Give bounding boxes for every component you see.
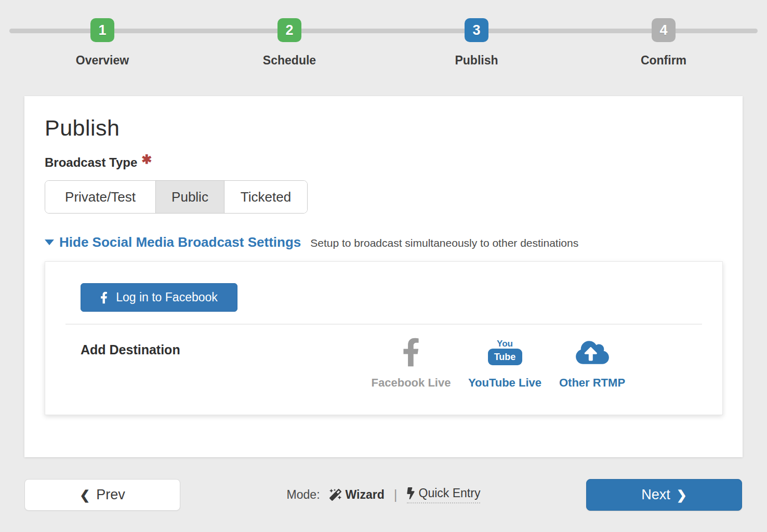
mode-wizard-option[interactable]: Wizard	[329, 488, 385, 502]
step-3-label: Publish	[419, 54, 534, 68]
step-2-label: Schedule	[232, 54, 347, 68]
magic-wand-icon	[329, 489, 341, 501]
publish-card: Publish Broadcast Type✱ Private/Test Pub…	[24, 96, 743, 457]
cloud-upload-icon	[576, 339, 609, 366]
mode-quick-entry-option[interactable]: Quick Entry	[407, 486, 481, 503]
page-title: Publish	[45, 115, 120, 141]
step-schedule[interactable]: 2 Schedule	[232, 0, 347, 68]
step-1-badge[interactable]: 1	[90, 18, 114, 42]
lightning-bolt-icon	[407, 487, 415, 499]
broadcast-type-public-button[interactable]: Public	[155, 181, 224, 213]
social-settings-toggle-row: Hide Social Media Broadcast Settings Set…	[45, 234, 720, 250]
facebook-login-label: Log in to Facebook	[116, 290, 218, 304]
step-4-label: Confirm	[606, 54, 721, 68]
wizard-footer: ❮ Prev Mode: Wizard | Quick Entry Next ❯	[0, 479, 767, 511]
required-asterisk-icon: ✱	[141, 152, 152, 166]
destination-options: Facebook Live You Tube YouTube Live O	[369, 335, 627, 390]
panel-divider	[65, 324, 702, 325]
caret-down-icon	[45, 240, 54, 245]
mode-wizard-label: Wizard	[346, 488, 385, 502]
step-1-label: Overview	[45, 54, 160, 68]
broadcast-type-label: Broadcast Type✱	[45, 155, 152, 170]
facebook-live-icon	[402, 337, 420, 367]
hide-social-settings-link[interactable]: Hide Social Media Broadcast Settings	[59, 234, 301, 250]
step-overview[interactable]: 1 Overview	[45, 0, 160, 68]
step-3-badge[interactable]: 3	[465, 18, 488, 42]
mode-separator: |	[394, 487, 398, 503]
step-publish[interactable]: 3 Publish	[419, 0, 534, 68]
destination-facebook-live[interactable]: Facebook Live	[369, 335, 453, 390]
next-button[interactable]: Next ❯	[586, 479, 742, 511]
step-confirm[interactable]: 4 Confirm	[606, 0, 721, 68]
add-destination-label: Add Destination	[81, 342, 180, 357]
destination-other-rtmp[interactable]: Other RTMP	[557, 335, 627, 390]
destination-youtube-live[interactable]: You Tube YouTube Live	[467, 335, 543, 390]
facebook-icon	[100, 291, 108, 304]
mode-quick-entry-label: Quick Entry	[419, 486, 481, 500]
youtube-icon: You Tube	[488, 339, 522, 365]
social-settings-hint: Setup to broadcast simultaneously to oth…	[310, 235, 578, 249]
step-2-badge[interactable]: 2	[277, 18, 301, 42]
facebook-login-button[interactable]: Log in to Facebook	[81, 283, 237, 312]
mode-label: Mode:	[287, 488, 320, 502]
wizard-stepper: 1 Overview 2 Schedule 3 Publish 4 Confir…	[0, 0, 767, 96]
broadcast-type-segmented-control: Private/Test Public Ticketed	[45, 180, 308, 214]
step-4-badge[interactable]: 4	[652, 18, 676, 42]
broadcast-type-ticketed-button[interactable]: Ticketed	[224, 181, 307, 213]
other-rtmp-label: Other RTMP	[559, 376, 625, 390]
broadcast-type-private-test-button[interactable]: Private/Test	[45, 181, 155, 213]
next-button-label: Next	[641, 487, 670, 503]
social-media-panel: Log in to Facebook Add Destination Faceb…	[45, 261, 723, 415]
facebook-live-label: Facebook Live	[372, 376, 451, 390]
youtube-live-label: YouTube Live	[468, 376, 541, 390]
chevron-right-icon: ❯	[677, 488, 687, 502]
